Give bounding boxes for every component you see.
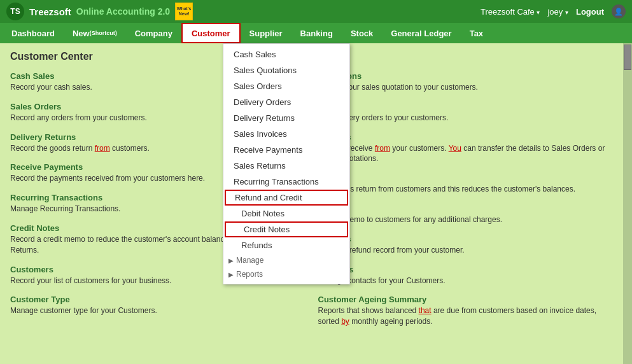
manage-label: Manage xyxy=(236,256,263,265)
content-orders: Orders Any delivery orders to your custo… xyxy=(318,102,614,123)
menu-delivery-orders[interactable]: Delivery Orders xyxy=(223,94,349,110)
nav-bar: Dashboard New(Shortcut) Company Customer… xyxy=(0,23,632,43)
menu-sales-returns[interactable]: Sales Returns xyxy=(223,158,349,174)
cafe-arrow-icon: ▾ xyxy=(537,9,540,16)
invoices-title[interactable]: Invoices xyxy=(318,132,614,142)
orders-title[interactable]: Orders xyxy=(318,102,614,111)
customer-dropdown-overlay: Cash Sales Sales Quotations Sales Orders… xyxy=(223,43,350,284)
content-refunds: Refunds Create a refund record from your… xyxy=(318,234,614,256)
user-dropdown[interactable]: joey ▾ xyxy=(547,7,568,17)
nav-company[interactable]: Company xyxy=(126,23,181,43)
menu-sales-orders[interactable]: Sales Orders xyxy=(223,78,349,94)
nav-stock[interactable]: Stock xyxy=(342,23,382,43)
top-bar: TS Treezsoft Online Accounting 2.0 What'… xyxy=(0,0,632,23)
logo-letters: TS xyxy=(10,7,20,16)
content-contacts: Contacts Manage contacts for your Custom… xyxy=(318,265,614,286)
content-quotations: Quotations Record your sales quotation t… xyxy=(318,71,614,93)
customer-type-title[interactable]: Customer Type xyxy=(10,295,305,304)
sticky-label: What's New! xyxy=(176,6,192,16)
notes-title[interactable]: Notes xyxy=(318,204,614,213)
avatar: 👤 xyxy=(612,4,626,18)
top-bar-right: Treezsoft Cafe ▾ joey ▾ Logout 👤 xyxy=(481,4,626,18)
contacts-title[interactable]: Contacts xyxy=(318,265,614,274)
menu-cash-sales[interactable]: Cash Sales xyxy=(223,46,349,62)
content-returns: Returns The goods return from customers … xyxy=(318,173,614,195)
nav-customer[interactable]: Customer xyxy=(181,23,241,43)
customer-dropdown-menu: Cash Sales Sales Quotations Sales Orders… xyxy=(223,43,350,284)
nav-tax[interactable]: Tax xyxy=(461,23,492,43)
menu-refunds[interactable]: Refunds xyxy=(223,237,349,253)
menu-delivery-returns[interactable]: Delivery Returns xyxy=(223,110,349,126)
logout-button[interactable]: Logout xyxy=(576,7,604,17)
notes-desc: A debit memo to customers for any additi… xyxy=(318,214,614,225)
app-name: Online Accounting 2.0 xyxy=(76,6,170,17)
nav-general-ledger[interactable]: General Ledger xyxy=(382,23,460,43)
menu-receive-payments[interactable]: Receive Payments xyxy=(223,142,349,158)
invoices-desc: Invoices receive from your customers. Yo… xyxy=(318,143,614,165)
menu-manage[interactable]: ▶ Manage xyxy=(223,253,349,267)
menu-refund-and-credit[interactable]: Refund and Credit xyxy=(225,190,348,206)
menu-recurring-transactions[interactable]: Recurring Transactions xyxy=(223,174,349,190)
sticky-note[interactable]: What's New! xyxy=(175,3,193,20)
brand-name: Treezsoft xyxy=(29,6,71,17)
content-col-right: Quotations Record your sales quotation t… xyxy=(318,71,614,336)
quotations-title[interactable]: Quotations xyxy=(318,71,614,81)
menu-debit-notes[interactable]: Debit Notes xyxy=(223,206,349,221)
orders-desc: Any delivery orders to your customers. xyxy=(318,113,614,123)
scrollbar-thumb[interactable] xyxy=(624,45,631,70)
menu-sales-quotations[interactable]: Sales Quotations xyxy=(223,62,349,78)
returns-desc: The goods return from customers and this… xyxy=(318,184,614,195)
user-arrow-icon: ▾ xyxy=(565,9,568,16)
content-notes: Notes A debit memo to customers for any … xyxy=(318,204,614,225)
nav-new[interactable]: New(Shortcut) xyxy=(64,23,126,43)
nav-banking[interactable]: Banking xyxy=(291,23,342,43)
nav-supplier[interactable]: Supplier xyxy=(241,23,291,43)
customer-type-desc: Manage customer type for your Customers. xyxy=(10,305,305,316)
refunds-title[interactable]: Refunds xyxy=(318,234,614,244)
reports-arrow-icon: ▶ xyxy=(228,271,234,278)
ageing-summary-desc: Reports that shows balanced that are due… xyxy=(318,305,614,327)
manage-arrow-icon: ▶ xyxy=(228,257,234,264)
returns-title[interactable]: Returns xyxy=(318,173,614,183)
page: Customer Center Cash Sales Record your c… xyxy=(0,43,632,364)
content-ageing-summary: Customer Ageing Summary Reports that sho… xyxy=(318,295,614,327)
menu-credit-notes[interactable]: Credit Notes xyxy=(225,221,348,237)
logo-icon: TS xyxy=(6,3,24,20)
ageing-summary-title[interactable]: Customer Ageing Summary xyxy=(318,295,614,304)
content-customer-type: Customer Type Manage customer type for y… xyxy=(10,295,305,316)
contacts-desc: Manage contacts for your Customers. xyxy=(318,276,614,286)
quotations-desc: Record your sales quotation to your cust… xyxy=(318,82,614,93)
content-invoices: Invoices Invoices receive from your cust… xyxy=(318,132,614,165)
reports-label: Reports xyxy=(236,270,263,279)
top-bar-left: TS Treezsoft Online Accounting 2.0 What'… xyxy=(6,3,193,20)
menu-reports[interactable]: ▶ Reports xyxy=(223,267,349,281)
refunds-desc: Create a refund record from your custome… xyxy=(318,245,614,256)
menu-sales-invoices[interactable]: Sales Invoices xyxy=(223,126,349,142)
nav-dashboard[interactable]: Dashboard xyxy=(3,23,64,43)
scrollbar[interactable] xyxy=(623,43,632,364)
cafe-dropdown[interactable]: Treezsoft Cafe ▾ xyxy=(481,7,540,17)
